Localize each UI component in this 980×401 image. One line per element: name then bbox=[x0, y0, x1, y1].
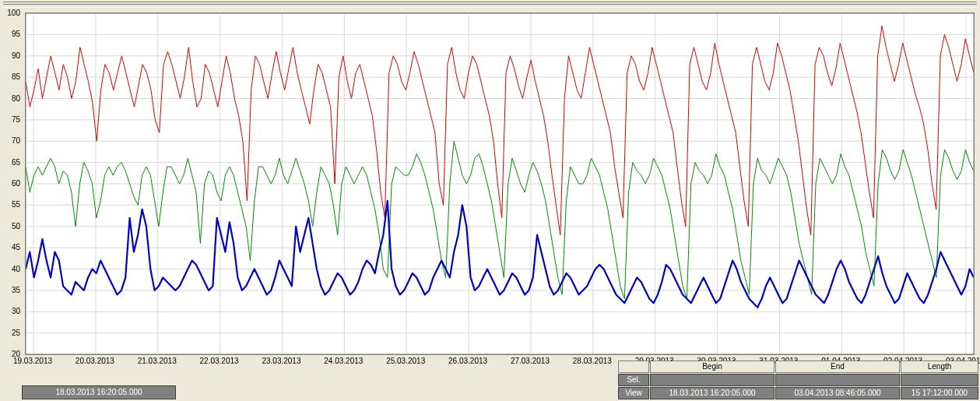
view-end: 03.04.2013 08:46:05.000 bbox=[775, 387, 900, 399]
chart-svg bbox=[26, 13, 974, 354]
x-tick-label: 21.03.2013 bbox=[138, 357, 177, 365]
col-length: Length bbox=[901, 361, 978, 373]
x-tick-label: 26.03.2013 bbox=[448, 357, 487, 365]
y-tick-label: 25 bbox=[12, 328, 20, 336]
x-tick-label: 27.03.2013 bbox=[511, 357, 550, 365]
col-end: End bbox=[775, 361, 900, 373]
x-tick-label: 20.03.2013 bbox=[76, 357, 114, 365]
series-green bbox=[26, 141, 974, 298]
y-tick-label: 40 bbox=[12, 264, 20, 273]
sel-end bbox=[775, 374, 900, 386]
y-tick-label: 80 bbox=[12, 93, 20, 102]
y-tick-label: 90 bbox=[12, 51, 20, 59]
y-tick-label: 100 bbox=[7, 9, 20, 17]
x-tick-label: 22.03.2013 bbox=[200, 357, 239, 365]
y-tick-label: 95 bbox=[12, 30, 20, 38]
app-window: 20253035404550556065707580859095100 19.0… bbox=[0, 0, 980, 401]
y-tick-label: 60 bbox=[12, 179, 20, 188]
y-tick-label: 30 bbox=[12, 307, 20, 315]
x-tick-label: 19.03.2013 bbox=[13, 357, 52, 365]
col-begin: Begin bbox=[650, 361, 775, 373]
y-tick-label: 75 bbox=[12, 114, 20, 123]
x-tick-label: 25.03.2013 bbox=[386, 357, 425, 365]
x-tick-label: 28.03.2013 bbox=[573, 357, 612, 365]
status-corner bbox=[618, 361, 649, 373]
top-ruler bbox=[3, 2, 977, 8]
y-tick-label: 65 bbox=[12, 157, 20, 166]
y-tick-label: 85 bbox=[12, 72, 20, 81]
view-begin: 18.03.2013 16:20:05.000 bbox=[650, 387, 775, 399]
sel-begin bbox=[650, 374, 775, 386]
timestamp-readout: 18.03.2013 16:20:05.000 bbox=[22, 385, 176, 399]
view-length: 15 17:12:00.000 bbox=[901, 387, 978, 399]
row-sel-label: Sel. bbox=[618, 374, 649, 386]
y-axis-ticks: 20253035404550556065707580859095100 bbox=[0, 12, 23, 354]
footer-bar: 18.03.2013 16:20:05.000 Begin End Length… bbox=[0, 370, 980, 401]
y-tick-label: 50 bbox=[12, 221, 20, 230]
x-tick-label: 23.03.2013 bbox=[262, 357, 300, 365]
row-view-label: View bbox=[618, 387, 649, 399]
x-tick-label: 24.03.2013 bbox=[324, 357, 363, 365]
y-tick-label: 45 bbox=[12, 243, 20, 252]
y-tick-label: 70 bbox=[12, 136, 20, 145]
y-tick-label: 35 bbox=[12, 285, 20, 294]
series-red bbox=[26, 26, 974, 234]
status-grid: Begin End Length Sel. View 18.03.2013 16… bbox=[618, 361, 978, 399]
sel-length bbox=[901, 374, 978, 386]
chart-plot-area[interactable] bbox=[25, 12, 975, 355]
y-tick-label: 55 bbox=[12, 200, 20, 209]
